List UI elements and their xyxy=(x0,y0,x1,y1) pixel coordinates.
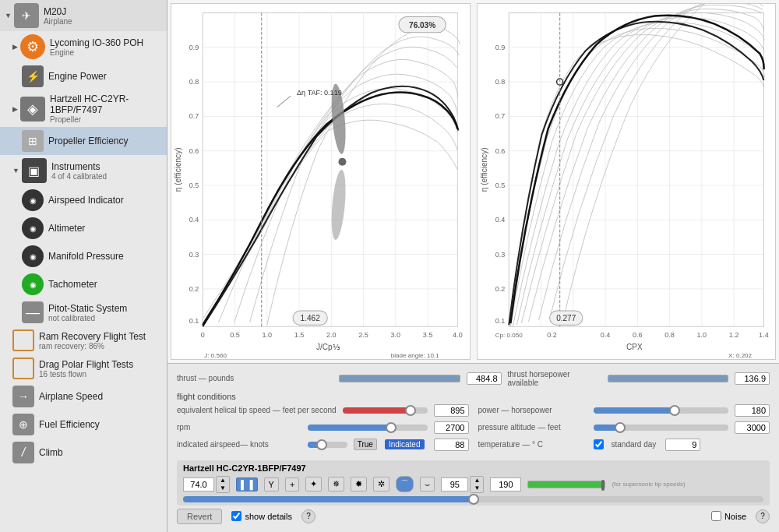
noise-row: Noise xyxy=(711,511,746,521)
thrust-hp-bar xyxy=(608,375,729,382)
revert-button[interactable]: Revert xyxy=(177,509,222,524)
rpm-value: 2700 xyxy=(434,421,469,434)
value2-input[interactable] xyxy=(441,477,468,491)
ram-recovery-sublabel: ram recovery: 86% xyxy=(39,342,146,351)
blade-btn-y[interactable]: Y xyxy=(264,477,279,491)
thrust-value: 484.8 xyxy=(467,372,502,385)
sidebar-item-airplane-speed[interactable]: → Airplane Speed xyxy=(0,382,167,410)
sidebar-item-engine-power[interactable]: ⚡ Engine Power xyxy=(0,62,167,90)
sidebar-item-ram-recovery[interactable]: Ram Recovery Flight Test ram recovery: 8… xyxy=(0,326,167,354)
green-slider-container xyxy=(527,481,605,488)
sidebar-item-prop-eff[interactable]: ⊞ Propeller Efficiency xyxy=(0,127,167,155)
value2-stepper[interactable]: ▲ ▼ xyxy=(470,476,484,493)
instruments-sublabel: 4 of 4 calibrated xyxy=(51,172,107,181)
airspeed-thumb[interactable] xyxy=(316,439,327,450)
blade-btn-star4[interactable]: ✦ xyxy=(305,477,322,491)
rpm-slider[interactable] xyxy=(308,425,428,431)
sidebar-item-climb[interactable]: / Climb xyxy=(0,439,167,467)
sidebar-item-lycoming[interactable]: ▶ ⚙ Lycoming IO-360 POH Engine xyxy=(0,31,167,62)
rpm-row: rpm 2700 xyxy=(177,421,469,434)
supersonic-blades: (for supersonic tip speeds) xyxy=(612,481,685,488)
sidebar: ▼ ✈ M20J Airplane ▶ ⚙ Lycoming IO-360 PO… xyxy=(0,0,167,532)
power-fill xyxy=(594,407,675,414)
manifold-icon: ◉ xyxy=(22,245,44,267)
prop-eff-icon: ⊞ xyxy=(22,130,44,152)
sidebar-item-fuel-efficiency[interactable]: ⊕ Fuel Efficiency xyxy=(0,410,167,439)
standard-day-label: standard day xyxy=(612,440,657,449)
value3-input[interactable] xyxy=(490,477,521,491)
sidebar-item-instruments[interactable]: ▼ ▣ Instruments 4 of 4 calibrated xyxy=(0,155,167,186)
svg-text:2.5: 2.5 xyxy=(358,331,368,339)
blade-btn-star8[interactable]: ✲ xyxy=(373,477,390,491)
airspeed-slider[interactable] xyxy=(308,442,347,448)
prop-sub-thumb[interactable] xyxy=(468,494,479,505)
svg-point-39 xyxy=(338,158,346,166)
airspeed-label: Airspeed Indicator xyxy=(48,195,124,206)
power-slider[interactable] xyxy=(594,407,729,414)
sidebar-item-m20j[interactable]: ▼ ✈ M20J Airplane xyxy=(0,0,167,31)
instruments-icon: ▣ xyxy=(22,158,47,183)
standard-day-checkbox[interactable] xyxy=(594,439,604,449)
val2-down[interactable]: ▼ xyxy=(471,484,483,492)
noise-checkbox[interactable] xyxy=(711,511,721,521)
svg-text:1.0: 1.0 xyxy=(263,331,273,339)
sidebar-item-tachometer[interactable]: ◉ Tachometer xyxy=(0,270,167,298)
svg-rect-49 xyxy=(509,13,763,327)
propeller-controls: ▲ ▼ ▌▐ Y + ✦ ✵ ✸ ✲ ⌒ ⌣ xyxy=(183,476,763,493)
green-slider-thumb[interactable] xyxy=(601,480,605,491)
prop-sub-slider[interactable] xyxy=(183,496,763,502)
ram-recovery-label: Ram Recovery Flight Test xyxy=(39,331,146,342)
left-chart[interactable]: 0.9 0.8 0.7 0.6 0.5 0.4 0.3 0.2 0.1 0 0.… xyxy=(171,3,471,360)
pitch-input[interactable] xyxy=(183,477,214,491)
svg-text:0.6: 0.6 xyxy=(189,147,199,155)
bottom-controls: Revert show details ? Noise ? xyxy=(177,506,770,524)
svg-text:0.1: 0.1 xyxy=(189,317,199,325)
show-details-label: show details xyxy=(245,512,292,521)
tip-speed-thumb[interactable] xyxy=(405,405,416,416)
svg-text:0.5: 0.5 xyxy=(495,181,505,189)
blade-btn-plus[interactable]: + xyxy=(285,477,299,491)
sidebar-item-airspeed[interactable]: ◉ Airspeed Indicator xyxy=(0,186,167,214)
blade-btn-arc2[interactable]: ⌣ xyxy=(420,477,435,491)
svg-text:4.0: 4.0 xyxy=(453,331,463,339)
svg-text:0.5: 0.5 xyxy=(230,331,240,339)
svg-text:J: 0.560: J: 0.560 xyxy=(204,352,227,358)
pressure-slider[interactable] xyxy=(594,425,729,431)
thrust-hp-label: thrust horsepower available xyxy=(508,370,601,387)
tip-speed-slider[interactable] xyxy=(343,407,428,414)
sub-slider-row xyxy=(183,496,763,502)
svg-text:0.2: 0.2 xyxy=(495,285,505,293)
sidebar-item-drag-polar[interactable]: Drag Polar Flight Tests 16 tests flown xyxy=(0,354,167,382)
sidebar-item-manifold[interactable]: ◉ Manifold Pressure xyxy=(0,242,167,270)
blade-btn-arc1[interactable]: ⌒ xyxy=(396,476,414,492)
pitch-stepper[interactable]: ▲ ▼ xyxy=(216,476,230,493)
engine-power-icon: ⚡ xyxy=(22,65,44,87)
sidebar-item-hartzell[interactable]: ▶ ◈ Hartzell HC-C2YR-1BFP/F7497 Propelle… xyxy=(0,90,167,127)
pitch-up[interactable]: ▲ xyxy=(217,477,229,484)
val2-up[interactable]: ▲ xyxy=(471,477,483,484)
thrust-bar xyxy=(339,375,460,382)
sidebar-item-altimeter[interactable]: ◉ Altimeter xyxy=(0,214,167,242)
power-thumb[interactable] xyxy=(669,405,680,416)
show-details-checkbox[interactable] xyxy=(231,511,241,521)
pressure-thumb[interactable] xyxy=(615,422,626,433)
help-button-2[interactable]: ? xyxy=(756,509,770,523)
tip-speed-row: equivalent helical tip speed — feet per … xyxy=(177,404,469,417)
airspeed-badge[interactable]: Indicated xyxy=(385,439,425,449)
blade-btn-star5[interactable]: ✵ xyxy=(328,477,344,491)
sidebar-item-pitot[interactable]: — Pitot-Static System not calibrated xyxy=(0,298,167,326)
svg-text:0.8: 0.8 xyxy=(189,78,199,86)
tachometer-icon: ◉ xyxy=(22,273,44,295)
blade-btn-star6[interactable]: ✸ xyxy=(351,477,367,491)
rpm-thumb[interactable] xyxy=(386,422,397,433)
help-button-1[interactable]: ? xyxy=(301,509,315,523)
controls-area: thrust — pounds 484.8 thrust horsepower … xyxy=(167,364,779,532)
svg-text:J/Cp⅓: J/Cp⅓ xyxy=(316,343,340,351)
noise-label: Noise xyxy=(724,512,746,521)
pitch-down[interactable]: ▼ xyxy=(217,484,229,492)
blade-btn-2[interactable]: ▌▐ xyxy=(236,477,258,491)
svg-text:0.4: 0.4 xyxy=(495,216,505,224)
power-row: power — horsepower 180 xyxy=(478,404,770,417)
right-chart[interactable]: 0.9 0.8 0.7 0.6 0.5 0.4 0.3 0.2 0.1 Cp: … xyxy=(477,3,777,360)
svg-text:blade angle: 10.1: blade angle: 10.1 xyxy=(391,352,439,358)
